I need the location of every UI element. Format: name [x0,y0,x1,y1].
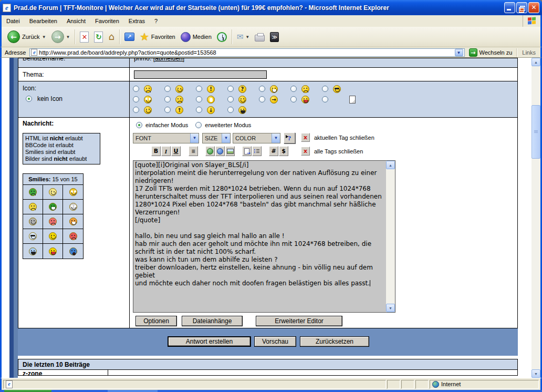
address-url[interactable]: http://www.prad.de/board/addreply.php?ac… [39,49,453,56]
scroll-up-icon[interactable]: ▲ [531,58,540,66]
smiley-cell[interactable] [43,200,63,214]
forward-button[interactable]: → ▼ [49,29,73,44]
smiley-cell[interactable] [43,214,63,229]
smiley-cool-icon[interactable] [333,85,341,93]
extended-mode-radio[interactable] [195,122,202,128]
smiley-cell[interactable] [63,244,83,259]
messenger-button[interactable]: ≫ [267,31,282,43]
smiley-cell[interactable] [43,185,63,200]
smiley-cell[interactable] [43,244,63,259]
address-dropdown-icon[interactable]: ▼ [455,49,463,56]
smiley-cell[interactable] [43,229,63,244]
smiley-smile-icon[interactable] [144,106,152,114]
icon-option-radio[interactable] [322,86,328,92]
icon-option-radio[interactable] [196,86,202,92]
smiley-laugh-icon[interactable] [238,106,246,114]
smiley-cell[interactable] [63,214,83,229]
smiley-eek-icon[interactable] [69,188,77,196]
close-all-tags-button[interactable]: x [301,147,310,156]
scroll-up-icon[interactable]: ▲ [386,161,395,169]
scrollbar-thumb[interactable] [531,105,540,159]
logout-link[interactable]: [abmelden] [153,58,184,62]
reset-button[interactable]: Zurücksetzen [300,336,369,347]
smiley-sad-icon[interactable] [301,85,309,93]
icon-option-radio[interactable] [133,107,139,113]
font-select[interactable]: FONT▼ [133,133,199,143]
smiley-smile-icon[interactable] [49,232,57,240]
editor-help-button[interactable]: ? [284,132,295,143]
back-dropdown-icon[interactable]: ▼ [42,35,46,39]
smiley-angry-icon[interactable] [69,232,77,240]
preview-button[interactable]: Vorschau [254,336,296,347]
icon-option-radio[interactable] [259,86,265,92]
smiley-cool-icon[interactable] [29,232,37,240]
smiley-idea-icon[interactable] [207,96,215,104]
smiley-exclaim-icon[interactable]: ! [207,85,215,93]
smiley-cell[interactable] [23,244,43,259]
smiley-question-icon[interactable]: ? [238,85,246,93]
smiley-smile-icon[interactable] [29,218,37,225]
icon-option-radio[interactable] [164,86,171,92]
smiley-eek-icon[interactable] [144,96,152,104]
icon-option-radio[interactable] [290,86,297,92]
window-scrollbar[interactable]: ▲ ▼ [531,58,540,378]
icon-option-radio[interactable] [290,96,297,102]
close-current-tag-button[interactable]: x [301,133,310,142]
smiley-confused-icon[interactable] [29,203,37,211]
format-underline-button[interactable] [171,146,181,156]
resize-window-button[interactable]: ↗ [122,32,137,42]
menu-favoriten[interactable]: Favoriten [90,16,124,26]
taskbar-item-sliver[interactable] [108,390,158,392]
smiley-smile-icon[interactable] [238,96,246,104]
smiley-cell[interactable] [63,229,83,244]
smiley-cell[interactable] [23,229,43,244]
smiley-frown-icon[interactable] [29,188,37,196]
format-code-button[interactable] [269,146,278,156]
back-button[interactable]: ← Zurück ▼ [5,29,49,44]
menu-datei[interactable]: Datei [2,16,25,26]
smiley-eek-icon[interactable] [69,203,77,211]
size-select[interactable]: SIZE▼ [202,133,231,143]
menu-bearbeiten[interactable]: Bearbeiten [25,16,62,26]
smiley-cell[interactable] [23,214,43,229]
go-button[interactable]: → Wechseln zu [467,48,515,57]
icon-option-radio[interactable] [133,96,139,102]
simple-mode-radio[interactable] [136,122,142,128]
smiley-wink-icon[interactable] [49,188,57,196]
icon-option-radio[interactable] [133,86,139,92]
icon-option-radio[interactable] [259,96,265,102]
icon-option-radio[interactable] [227,96,234,102]
format-quote-button[interactable] [242,146,252,156]
smiley-shock-icon[interactable] [69,247,77,255]
format-align-button[interactable] [189,146,198,156]
smiley-cell[interactable] [63,185,83,200]
menu-hilfe[interactable]: ? [150,16,162,26]
smiley-arrow-down-icon[interactable]: ↓ [207,106,215,114]
smiley-mad-icon[interactable] [49,218,57,225]
format-email-button[interactable] [215,146,225,156]
menu-extras[interactable]: Extras [124,16,150,26]
media-button[interactable]: Medien [178,31,214,43]
refresh-button[interactable]: ↻ [91,30,106,44]
options-button[interactable]: Optionen [136,316,177,326]
no-icon-radio[interactable] [26,96,32,102]
smiley-arrow-up-icon[interactable]: ↑ [175,106,183,114]
format-bold-button[interactable] [151,146,161,156]
format-url-button[interactable] [205,146,215,156]
submit-reply-button[interactable]: Antwort erstellen [168,336,251,347]
attachments-button[interactable]: Dateianhänge [182,316,243,326]
history-button[interactable] [214,31,230,43]
scroll-down-icon[interactable]: ▼ [386,304,395,312]
smiley-tongue-icon[interactable] [49,247,57,255]
smiley-grin-icon[interactable] [270,85,278,93]
smiley-laugh-icon[interactable] [29,247,37,255]
close-button[interactable] [528,2,539,13]
favorites-button[interactable]: ★ Favoriten [137,29,178,44]
minimize-button[interactable] [504,2,515,13]
forward-dropdown-icon[interactable]: ▼ [66,35,70,39]
format-image-button[interactable] [225,146,235,156]
format-php-button[interactable] [279,146,288,156]
icon-option-radio[interactable] [164,96,171,102]
menu-ansicht[interactable]: Ansicht [62,16,90,26]
smiley-cell[interactable] [23,200,43,214]
